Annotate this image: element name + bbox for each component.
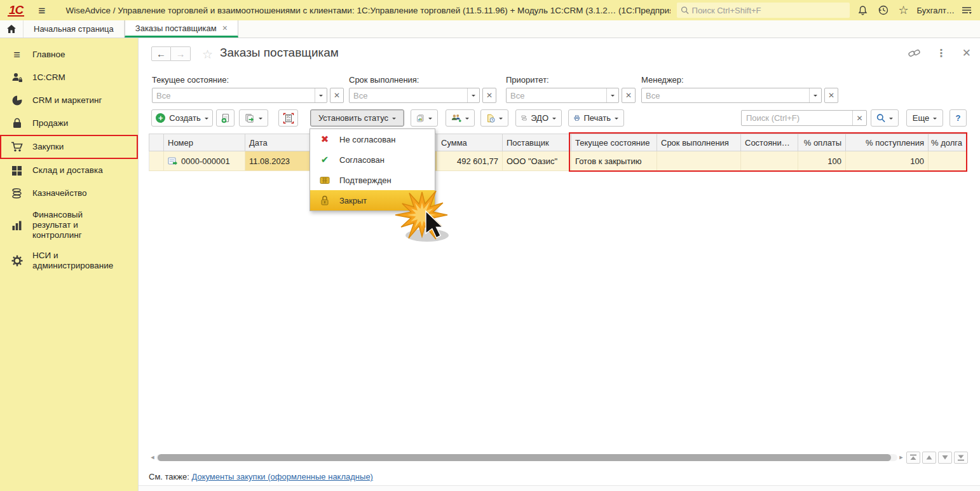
scroll-right-icon[interactable]: ►	[897, 454, 905, 460]
notifications-bell-icon[interactable]	[856, 3, 870, 17]
copy-document-button[interactable]	[216, 109, 235, 127]
forward-button[interactable]: →	[171, 46, 191, 61]
sidebar-item-sales[interactable]: Продажи	[0, 112, 138, 135]
cell-payment-pct[interactable]: 100	[798, 151, 846, 171]
menu-item-closed[interactable]: Закрыт	[310, 190, 435, 211]
scroll-left-icon[interactable]: ◄	[149, 454, 156, 460]
edo-button[interactable]: ЭДО	[515, 109, 562, 127]
go-prev-row-button[interactable]	[922, 452, 936, 464]
sidebar-item-crm-marketing[interactable]: CRM и маркетинг	[0, 89, 138, 112]
column-header-payment-pct[interactable]: % оплаты	[798, 134, 846, 151]
column-header-supplier[interactable]: Поставщик	[503, 134, 571, 151]
cell-current-state[interactable]: Готов к закрытию	[571, 151, 657, 171]
column-header-current-state[interactable]: Текущее состояние	[571, 134, 657, 151]
print-button[interactable]: Печать	[568, 109, 624, 127]
sidebar-item-nsi-administration[interactable]: НСИ и администрирование	[0, 246, 121, 276]
sidebar-item-purchases[interactable]: Закупки	[0, 135, 138, 159]
document-plus-icon	[221, 113, 231, 123]
cell-supplier[interactable]: ООО "Оазис"	[503, 151, 571, 171]
assign-manager-button[interactable]	[446, 109, 475, 127]
cell-number[interactable]: 0000-000001	[164, 151, 245, 171]
filter-due-date-input[interactable]	[350, 91, 467, 100]
tab-supplier-orders[interactable]: Заказы поставщикам ×	[125, 20, 238, 38]
favorites-star-icon[interactable]: ☆	[897, 3, 911, 17]
cell-sum[interactable]: 492 601,77	[437, 151, 503, 171]
get-link-icon[interactable]	[908, 48, 920, 59]
create-button[interactable]: + Создать	[151, 109, 213, 127]
help-button[interactable]: ?	[949, 109, 967, 127]
sidebar-item-financial-result[interactable]: Финансовый результат и контроллинг	[0, 205, 127, 246]
chevron-down-icon[interactable]	[606, 88, 618, 102]
more-actions-icon[interactable]: ⋮	[936, 48, 946, 59]
history-icon[interactable]	[876, 3, 890, 17]
go-next-row-button[interactable]	[938, 452, 952, 464]
scrollbar-track[interactable]	[156, 454, 897, 461]
column-header-debt-pct[interactable]: % долга	[929, 134, 967, 151]
favorite-star-icon[interactable]: ☆	[202, 47, 213, 62]
main-menu-icon[interactable]: ≡	[38, 4, 45, 17]
table-search-input[interactable]	[742, 113, 852, 123]
menu-item-approved[interactable]: ✔ Согласован	[310, 149, 435, 170]
filter-priority-input[interactable]	[507, 91, 606, 100]
close-form-icon[interactable]: ✕	[962, 48, 971, 59]
sidebar-item-treasury[interactable]: Казначейство	[0, 182, 138, 205]
sidebar-item-warehouse[interactable]: Склад и доставка	[0, 159, 138, 182]
column-header-due-date[interactable]: Срок выполнения	[657, 134, 741, 151]
service-menu-icon[interactable]	[961, 5, 972, 15]
menu-item-not-approved[interactable]: ✖ Не согласован	[310, 129, 435, 149]
filter-clear-icon[interactable]: ✕	[622, 88, 636, 103]
go-first-row-button[interactable]	[906, 452, 920, 464]
filter-clear-icon[interactable]: ✕	[482, 88, 496, 103]
more-button[interactable]: Еще	[906, 109, 943, 127]
selection-column-header[interactable]	[149, 134, 164, 151]
sidebar-item-main[interactable]: ≡ Главное	[0, 43, 138, 66]
menu-item-confirmed[interactable]: Подтвержден	[310, 170, 435, 190]
more-label: Еще	[913, 113, 929, 123]
column-header-state2[interactable]: Состояни…	[741, 134, 798, 151]
tab-close-icon[interactable]: ×	[222, 24, 228, 32]
set-status-button[interactable]: Установить статус	[310, 109, 404, 127]
filter-current-state-input[interactable]	[153, 91, 315, 100]
filter-manager-input[interactable]	[642, 91, 809, 100]
row-selector-cell[interactable]	[149, 151, 164, 171]
column-header-sum[interactable]: Сумма	[437, 134, 503, 151]
table-row[interactable]: 0000-000001 11.08.2023 492 601,77 ООО "О…	[149, 151, 967, 171]
group-change-button[interactable]	[239, 109, 268, 127]
scrollbar-thumb[interactable]	[158, 454, 891, 461]
horizontal-scrollbar[interactable]: ◄ ►	[149, 453, 905, 462]
sidebar-item-1c-crm[interactable]: 1C:CRM	[0, 66, 138, 89]
filter-clear-icon[interactable]: ✕	[330, 88, 344, 103]
global-search[interactable]	[677, 3, 850, 18]
chevron-down-icon[interactable]	[809, 88, 821, 102]
filter-manager-combo[interactable]	[641, 88, 822, 103]
table-search[interactable]: ✕	[741, 110, 867, 126]
tab-home-page[interactable]: Начальная страница	[23, 20, 125, 38]
see-also-block: См. также: Документы закупки (оформленны…	[149, 472, 373, 481]
global-search-input[interactable]	[692, 6, 846, 15]
filter-current-state-combo[interactable]	[152, 88, 327, 103]
clear-search-icon[interactable]: ✕	[852, 111, 866, 125]
chevron-down-icon[interactable]	[315, 88, 327, 102]
go-last-row-button[interactable]	[954, 452, 968, 464]
home-tab[interactable]	[0, 20, 23, 38]
filter-due-date: Срок выполнения: ✕	[349, 75, 496, 103]
cell-receipt-pct[interactable]: 100	[846, 151, 929, 171]
documents-arrow-icon	[245, 113, 255, 123]
scan-barcode-button[interactable]: 1С	[278, 109, 298, 127]
back-button[interactable]: ←	[151, 46, 171, 61]
document-clock-icon	[486, 113, 495, 123]
filter-clear-icon[interactable]: ✕	[824, 88, 838, 103]
cell-due-date[interactable]	[657, 151, 741, 171]
cell-state2[interactable]	[741, 151, 798, 171]
filter-due-date-combo[interactable]	[349, 88, 480, 103]
current-user[interactable]: Бухгалт…	[917, 6, 955, 15]
purchase-documents-link[interactable]: Документы закупки (оформленные накладные…	[191, 472, 373, 481]
filter-priority-combo[interactable]	[506, 88, 619, 103]
advanced-search-button[interactable]	[871, 109, 899, 127]
deadlines-button[interactable]	[480, 109, 508, 127]
column-header-number[interactable]: Номер	[164, 134, 245, 151]
chevron-down-icon[interactable]	[467, 88, 479, 102]
cell-debt-pct[interactable]	[929, 151, 967, 171]
column-header-receipt-pct[interactable]: % поступления	[846, 134, 929, 151]
reports-button[interactable]	[411, 109, 438, 127]
